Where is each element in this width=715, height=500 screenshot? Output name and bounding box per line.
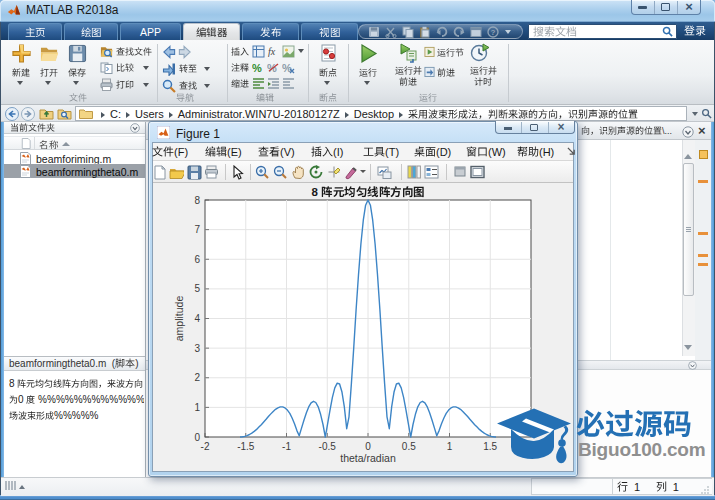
svg-text:1: 1 — [194, 402, 200, 413]
svg-text:-1.5: -1.5 — [237, 441, 255, 452]
svg-text:amplitude: amplitude — [173, 296, 185, 342]
svg-text:-2: -2 — [201, 441, 210, 452]
svg-text:0: 0 — [194, 432, 200, 443]
svg-text:5: 5 — [194, 283, 200, 294]
svg-text:fx: fx — [268, 46, 276, 57]
svg-text:8: 8 — [194, 195, 200, 206]
svg-text:3: 3 — [194, 343, 200, 354]
svg-text:?: ? — [491, 28, 496, 37]
svg-text:%: % — [252, 62, 262, 74]
svg-text:7: 7 — [194, 224, 200, 235]
svg-text:4: 4 — [194, 313, 200, 324]
svg-text:theta/radian: theta/radian — [340, 452, 396, 464]
svg-text:2: 2 — [194, 372, 200, 383]
svg-text:6: 6 — [194, 254, 200, 265]
svg-text:%: % — [267, 62, 277, 74]
svg-text:0: 0 — [365, 441, 371, 452]
svg-text:-1: -1 — [282, 441, 291, 452]
svg-text:1: 1 — [447, 441, 453, 452]
svg-text:-0.5: -0.5 — [319, 441, 337, 452]
svg-text:0.5: 0.5 — [402, 441, 416, 452]
